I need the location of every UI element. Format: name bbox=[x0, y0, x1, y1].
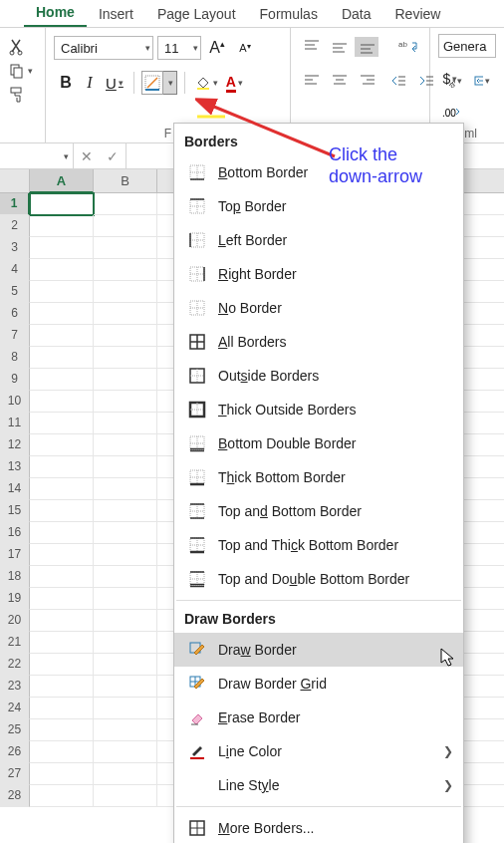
align-right-button[interactable] bbox=[355, 71, 378, 91]
menu-item-b-top[interactable]: Top Border bbox=[174, 189, 463, 223]
menu-item-b-topthick[interactable]: Top and Thick Bottom Border bbox=[174, 528, 463, 562]
borders-icon[interactable] bbox=[141, 71, 163, 95]
menu-item-b-left[interactable]: Left Border bbox=[174, 223, 463, 257]
cell[interactable] bbox=[94, 369, 157, 391]
cell[interactable] bbox=[30, 281, 94, 303]
cell[interactable] bbox=[30, 259, 94, 281]
tab-page-layout[interactable]: Page Layout bbox=[145, 1, 248, 27]
cell[interactable] bbox=[94, 237, 157, 259]
cell[interactable] bbox=[30, 698, 94, 719]
row-header[interactable]: 17 bbox=[0, 544, 30, 566]
row-header[interactable]: 5 bbox=[0, 281, 30, 303]
cut-button[interactable] bbox=[8, 38, 37, 56]
bottom-align-button[interactable] bbox=[355, 37, 378, 57]
cell[interactable] bbox=[30, 478, 94, 500]
font-name-combo[interactable]: Calibri ▾ bbox=[54, 36, 153, 60]
cell[interactable] bbox=[30, 676, 94, 698]
tab-data[interactable]: Data bbox=[330, 1, 383, 27]
cell[interactable] bbox=[94, 500, 157, 522]
row-header[interactable]: 4 bbox=[0, 259, 30, 281]
accounting-format-button[interactable]: $▾ bbox=[438, 66, 462, 92]
number-format-combo[interactable]: Genera bbox=[438, 34, 496, 58]
cell[interactable] bbox=[30, 588, 94, 610]
menu-item-b-tbottom[interactable]: Thick Bottom Border bbox=[174, 460, 463, 494]
row-header[interactable]: 26 bbox=[0, 741, 30, 763]
cell[interactable] bbox=[30, 456, 94, 478]
tab-formulas[interactable]: Formulas bbox=[248, 1, 330, 27]
cell[interactable] bbox=[94, 719, 157, 741]
format-painter-button[interactable] bbox=[8, 86, 37, 104]
cell[interactable] bbox=[94, 785, 157, 807]
menu-item-b-bdouble[interactable]: Bottom Double Border bbox=[174, 426, 463, 460]
cell[interactable] bbox=[94, 347, 157, 369]
menu-item-linestyle[interactable]: Line Style❯ bbox=[174, 768, 463, 802]
bold-button[interactable]: B bbox=[54, 70, 78, 96]
menu-item-b-topdbl[interactable]: Top and Double Bottom Border bbox=[174, 562, 463, 596]
increase-font-size-button[interactable]: A▴ bbox=[205, 35, 229, 61]
row-header[interactable]: 27 bbox=[0, 763, 30, 785]
row-header[interactable]: 24 bbox=[0, 698, 30, 719]
cell[interactable] bbox=[94, 413, 157, 434]
underline-button[interactable]: U▾ bbox=[102, 70, 127, 96]
top-align-button[interactable] bbox=[299, 37, 323, 57]
font-color-button[interactable]: A ▾ bbox=[222, 70, 247, 96]
cell[interactable] bbox=[30, 654, 94, 676]
fill-color-button[interactable]: ▾ bbox=[191, 70, 222, 96]
menu-item-b-thick[interactable]: Thick Outside Borders bbox=[174, 393, 463, 426]
menu-item-b-topbot[interactable]: Top and Bottom Border bbox=[174, 494, 463, 528]
cell[interactable] bbox=[30, 303, 94, 325]
row-header[interactable]: 14 bbox=[0, 478, 30, 500]
cell[interactable] bbox=[94, 588, 157, 610]
cell[interactable] bbox=[30, 566, 94, 588]
cell[interactable] bbox=[94, 281, 157, 303]
menu-item-draw[interactable]: Draw Border bbox=[174, 633, 463, 667]
cell[interactable] bbox=[94, 259, 157, 281]
row-header[interactable]: 21 bbox=[0, 632, 30, 654]
font-size-combo[interactable]: 11 ▾ bbox=[157, 36, 201, 60]
menu-item-b-right[interactable]: Right Border bbox=[174, 257, 463, 291]
cell[interactable] bbox=[30, 347, 94, 369]
row-header[interactable]: 28 bbox=[0, 785, 30, 807]
italic-button[interactable]: I bbox=[78, 70, 102, 96]
cell[interactable] bbox=[94, 741, 157, 763]
cell[interactable] bbox=[94, 215, 157, 237]
row-header[interactable]: 11 bbox=[0, 413, 30, 434]
middle-align-button[interactable] bbox=[327, 37, 351, 57]
cell[interactable] bbox=[94, 763, 157, 785]
row-header[interactable]: 16 bbox=[0, 522, 30, 544]
row-header[interactable]: 1 bbox=[0, 193, 30, 215]
row-header[interactable]: 20 bbox=[0, 610, 30, 632]
row-header[interactable]: 10 bbox=[0, 391, 30, 413]
borders-dropdown-button[interactable]: ▾ bbox=[163, 71, 177, 95]
cell[interactable] bbox=[30, 369, 94, 391]
menu-item-b-none[interactable]: No Border bbox=[174, 291, 463, 325]
row-header[interactable]: 25 bbox=[0, 719, 30, 741]
menu-item-more-borders[interactable]: More Borders... bbox=[174, 811, 463, 843]
tab-review[interactable]: Review bbox=[382, 1, 452, 27]
row-header[interactable]: 18 bbox=[0, 566, 30, 588]
cell[interactable] bbox=[94, 325, 157, 347]
cell[interactable] bbox=[30, 719, 94, 741]
cell[interactable] bbox=[30, 544, 94, 566]
row-header[interactable]: 8 bbox=[0, 347, 30, 369]
tab-insert[interactable]: Insert bbox=[87, 1, 145, 27]
cell[interactable] bbox=[30, 785, 94, 807]
cell[interactable] bbox=[94, 544, 157, 566]
menu-item-b-all[interactable]: All Borders bbox=[174, 325, 463, 359]
cell[interactable] bbox=[30, 413, 94, 434]
enter-formula-button[interactable]: ✓ bbox=[100, 143, 126, 168]
cell[interactable] bbox=[30, 610, 94, 632]
row-header[interactable]: 22 bbox=[0, 654, 30, 676]
cancel-formula-button[interactable]: ✕ bbox=[74, 143, 100, 168]
row-header[interactable]: 9 bbox=[0, 369, 30, 391]
cell[interactable] bbox=[94, 654, 157, 676]
cell[interactable] bbox=[94, 522, 157, 544]
copy-button[interactable]: ▾ bbox=[8, 62, 37, 80]
cell[interactable] bbox=[30, 522, 94, 544]
column-header-B[interactable]: B bbox=[94, 169, 157, 193]
row-header[interactable]: 3 bbox=[0, 237, 30, 259]
cell[interactable] bbox=[30, 434, 94, 456]
cell[interactable] bbox=[30, 193, 94, 215]
menu-item-b-bottom[interactable]: Bottom Border bbox=[174, 155, 463, 189]
row-header[interactable]: 15 bbox=[0, 500, 30, 522]
